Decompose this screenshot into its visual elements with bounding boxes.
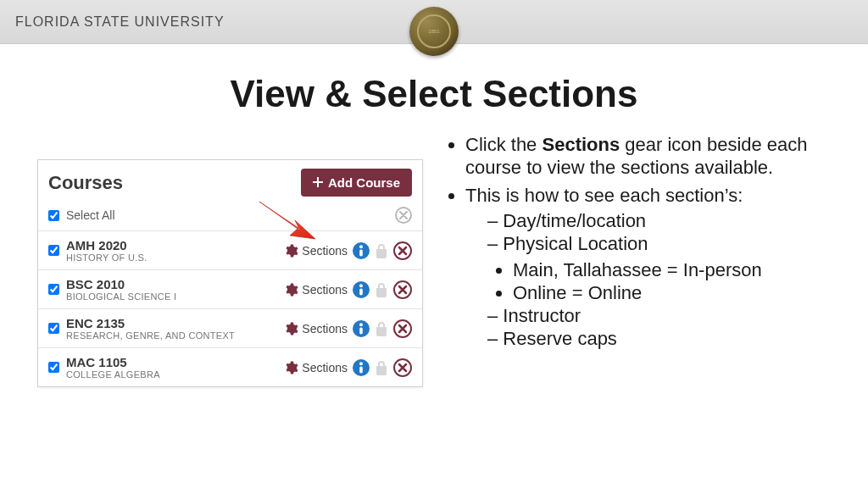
course-checkbox[interactable] (48, 245, 59, 256)
svg-rect-1 (359, 249, 363, 256)
select-all-row: Select All (38, 203, 422, 230)
gear-icon (283, 360, 298, 375)
plus-icon (313, 175, 323, 190)
gear-icon (283, 243, 298, 258)
info-icon[interactable] (353, 320, 370, 337)
gear-icon (283, 321, 298, 336)
sections-label: Sections (302, 244, 348, 258)
instruction-sub-sub-item: Main, Tallahassee = In-person (513, 259, 844, 282)
lock-icon (375, 321, 388, 336)
svg-point-2 (359, 284, 363, 287)
top-bar: FLORIDA STATE UNIVERSITY 1851 (0, 0, 868, 44)
remove-course-icon[interactable] (393, 358, 412, 377)
info-icon[interactable] (353, 281, 370, 298)
remove-course-icon[interactable] (393, 319, 412, 338)
course-checkbox[interactable] (48, 284, 59, 295)
instruction-item: This is how to see each section’s: Day/t… (465, 185, 844, 351)
course-code: BSC 2010 (66, 277, 276, 291)
svg-rect-5 (359, 327, 363, 334)
instruction-sub-sub-item: Online = Online (513, 282, 844, 305)
svg-point-6 (359, 362, 363, 365)
svg-rect-7 (359, 366, 363, 373)
sections-label: Sections (302, 322, 348, 336)
university-name: FLORIDA STATE UNIVERSITY (15, 14, 225, 30)
course-code: AMH 2020 (66, 238, 276, 252)
clear-all-icon[interactable] (395, 207, 412, 224)
instructions: Click the Sections gear icon beside each… (442, 134, 844, 387)
sections-button[interactable]: Sections (283, 360, 348, 375)
add-course-label: Add Course (328, 175, 400, 190)
course-desc: HISTORY OF U.S. (66, 252, 276, 263)
courses-title: Courses (48, 172, 123, 194)
svg-point-0 (359, 245, 363, 248)
lock-icon (375, 282, 388, 297)
add-course-button[interactable]: Add Course (301, 169, 412, 197)
instruction-sub-item: Day/time/location (487, 210, 844, 233)
sections-button[interactable]: Sections (283, 282, 348, 297)
info-icon[interactable] (353, 242, 370, 259)
lock-icon (375, 360, 388, 375)
sections-button[interactable]: Sections (283, 243, 348, 258)
course-info: AMH 2020HISTORY OF U.S. (66, 238, 276, 263)
course-row: AMH 2020HISTORY OF U.S.Sections (38, 230, 422, 269)
fsu-seal-icon: 1851 (409, 7, 459, 56)
select-all-checkbox[interactable] (48, 210, 59, 221)
course-code: ENC 2135 (66, 316, 276, 330)
course-code: MAC 1105 (66, 355, 276, 369)
course-desc: RESEARCH, GENRE, AND CONTEXT (66, 330, 276, 341)
instruction-item: Click the Sections gear icon beside each… (465, 134, 844, 180)
course-checkbox[interactable] (48, 323, 59, 334)
course-row: ENC 2135RESEARCH, GENRE, AND CONTEXTSect… (38, 308, 422, 347)
lock-icon (375, 243, 388, 258)
courses-panel: Courses Add Course Select All AMH 2020HI… (37, 159, 423, 387)
page-title: View & Select Sections (0, 73, 868, 115)
course-desc: COLLEGE ALGEBRA (66, 369, 276, 380)
course-info: ENC 2135RESEARCH, GENRE, AND CONTEXT (66, 316, 276, 341)
course-row: BSC 2010BIOLOGICAL SCIENCE ISections (38, 269, 422, 308)
gear-icon (283, 282, 298, 297)
instruction-sub-item: Reserve caps (487, 328, 844, 351)
sections-label: Sections (302, 361, 348, 374)
sections-button[interactable]: Sections (283, 321, 348, 336)
course-info: MAC 1105COLLEGE ALGEBRA (66, 355, 276, 380)
info-icon[interactable] (353, 359, 370, 376)
svg-point-4 (359, 323, 363, 326)
sections-label: Sections (302, 283, 348, 297)
svg-rect-3 (359, 288, 363, 295)
instruction-sub-item: Instructor (487, 305, 844, 328)
select-all-label: Select All (66, 208, 115, 222)
remove-course-icon[interactable] (393, 241, 412, 260)
remove-course-icon[interactable] (393, 280, 412, 299)
instruction-sub-item: Physical Location Main, Tallahassee = In… (487, 233, 844, 304)
course-desc: BIOLOGICAL SCIENCE I (66, 291, 276, 302)
course-checkbox[interactable] (48, 362, 59, 373)
course-row: MAC 1105COLLEGE ALGEBRASections (38, 347, 422, 386)
course-info: BSC 2010BIOLOGICAL SCIENCE I (66, 277, 276, 302)
